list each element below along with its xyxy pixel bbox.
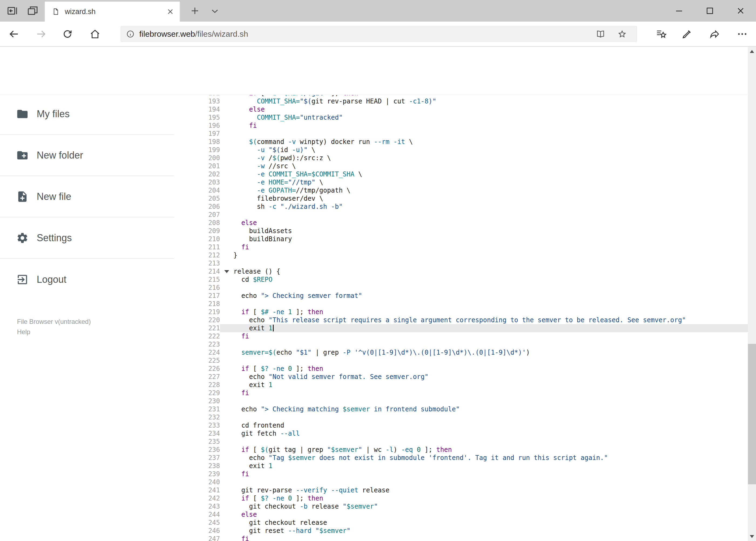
code-line[interactable]: 236 if [ $(git tag | grep "$semver" | wc…: [174, 446, 748, 454]
code-line[interactable]: 193 COMMIT_SHA="$(git rev-parse HEAD | c…: [174, 97, 748, 105]
code-line[interactable]: 197: [174, 130, 748, 138]
code-line[interactable]: 228 exit 1: [174, 381, 748, 389]
code-line[interactable]: 240: [174, 478, 748, 486]
code-line[interactable]: 196 fi: [174, 122, 748, 130]
scrollbar-thumb[interactable]: [748, 344, 756, 484]
sidebar-item-new-folder[interactable]: New folder: [0, 135, 174, 176]
code-line[interactable]: 241 git rev-parse --verify --quiet relea…: [174, 486, 748, 494]
code-line[interactable]: 204 -e GOPATH=//tmp/gopath \: [174, 186, 748, 195]
site-info-icon[interactable]: [126, 29, 135, 39]
code-line[interactable]: 220 echo "This release script requires a…: [174, 316, 748, 324]
code-line[interactable]: 213: [174, 259, 748, 268]
code-line[interactable]: 214release () {: [174, 268, 748, 275]
line-number: 199: [174, 146, 220, 154]
line-number: 231: [174, 405, 220, 413]
code-line[interactable]: 232: [174, 413, 748, 421]
tab-list-dropdown-button[interactable]: [209, 6, 220, 16]
code-line[interactable]: 246 git reset --hard "$semver": [174, 527, 748, 535]
code-line[interactable]: 203 -e HOME="//tmp" \: [174, 178, 748, 186]
line-number: 204: [174, 186, 220, 195]
code-line[interactable]: 194 else: [174, 105, 748, 114]
maximize-icon: [705, 6, 715, 16]
code-line[interactable]: 210 buildBinary: [174, 235, 748, 243]
maximize-button[interactable]: [694, 0, 725, 22]
minimize-button[interactable]: [664, 0, 694, 22]
fold-arrow-icon[interactable]: [224, 270, 229, 273]
sidebar-item-new-file[interactable]: New file: [0, 176, 174, 218]
sidebar-item-settings[interactable]: Settings: [0, 218, 174, 259]
scroll-down-button[interactable]: [748, 532, 756, 541]
code-line[interactable]: 211 fi: [174, 243, 748, 251]
code-line[interactable]: 221 exit 1: [174, 324, 748, 332]
code-line[interactable]: 198 $(command -v winpty) docker run --rm…: [174, 138, 748, 146]
code-line[interactable]: 216: [174, 283, 748, 292]
close-button[interactable]: [725, 0, 756, 22]
code-line[interactable]: 215 cd $REPO: [174, 275, 748, 283]
code-line[interactable]: 233 cd frontend: [174, 421, 748, 429]
code-line[interactable]: 208 else: [174, 219, 748, 227]
line-number: 195: [174, 114, 220, 122]
tab-close-button[interactable]: [166, 7, 175, 16]
back-button[interactable]: [5, 25, 23, 43]
code-line[interactable]: 218: [174, 300, 748, 308]
code-line[interactable]: 192 if [ -d "$REPO/.git" ]; then: [174, 95, 748, 97]
code-line[interactable]: 225: [174, 356, 748, 365]
code-line[interactable]: 206 sh -c "./wizard.sh -b": [174, 203, 748, 211]
browser-tab[interactable]: wizard.sh: [45, 2, 180, 22]
code-line[interactable]: 245 git checkout release: [174, 519, 748, 527]
web-note-button[interactable]: [678, 25, 695, 43]
line-number: 196: [174, 122, 220, 130]
scroll-up-button[interactable]: [748, 47, 756, 56]
code-line[interactable]: 231 echo "> Checking matching $semver in…: [174, 405, 748, 413]
code-line[interactable]: 202 -e COMMIT_SHA=$COMMIT_SHA \: [174, 170, 748, 178]
tab-preview-button[interactable]: [26, 5, 39, 17]
page-scrollbar[interactable]: [748, 47, 756, 541]
code-line[interactable]: 244 else: [174, 510, 748, 519]
refresh-button[interactable]: [59, 25, 76, 43]
code-line[interactable]: 223: [174, 340, 748, 348]
line-number: 210: [174, 235, 220, 243]
code-line[interactable]: 205 filebrowser/dev \: [174, 195, 748, 203]
code-line[interactable]: 247 fi: [174, 535, 748, 541]
code-editor[interactable]: 192 if [ -d "$REPO/.git" ]; then193 COMM…: [174, 95, 748, 541]
code-line[interactable]: 212}: [174, 251, 748, 259]
address-bar[interactable]: filebrowser.web/files/wizard.sh: [121, 26, 637, 42]
folder-icon: [16, 108, 29, 120]
code-line[interactable]: 224 semver=$(echo "$1" | grep -P '^v(0|[…: [174, 348, 748, 356]
share-page-button[interactable]: [706, 25, 723, 43]
favorite-star-button[interactable]: [617, 29, 627, 39]
code-line[interactable]: 219 if [ $# -ne 1 ]; then: [174, 308, 748, 316]
code-line[interactable]: 201 -w //src \: [174, 162, 748, 170]
code-line[interactable]: 242 if [ $? -ne 0 ]; then: [174, 494, 748, 502]
code-line[interactable]: 234 git fetch --all: [174, 429, 748, 437]
new-tab-button[interactable]: [189, 5, 201, 17]
hub-favorites-button[interactable]: [652, 25, 670, 43]
code-line[interactable]: 200 -v /$(pwd):/src:z \: [174, 154, 748, 162]
code-line[interactable]: 243 git checkout -b release "$semver": [174, 502, 748, 510]
more-options-button[interactable]: [734, 25, 751, 43]
home-button[interactable]: [86, 25, 104, 43]
code-line[interactable]: 207: [174, 211, 748, 219]
code-line[interactable]: 230: [174, 397, 748, 405]
sidebar-item-my-files[interactable]: My files: [0, 94, 174, 135]
code-line[interactable]: 226 if [ $? -ne 0 ]; then: [174, 365, 748, 373]
url-text[interactable]: filebrowser.web/files/wizard.sh: [139, 29, 248, 39]
code-line[interactable]: 217 echo "> Checking semver format": [174, 292, 748, 300]
code-line[interactable]: 199 -u "$(id -u)" \: [174, 146, 748, 154]
forward-button[interactable]: [32, 25, 50, 43]
code-line[interactable]: 235: [174, 437, 748, 446]
code-line[interactable]: 237 echo "Tag $semver does not exist in …: [174, 454, 748, 462]
code-line[interactable]: 209 buildAssets: [174, 227, 748, 235]
reading-view-button[interactable]: [596, 29, 606, 39]
help-link[interactable]: Help: [17, 327, 91, 337]
code-line[interactable]: 222 fi: [174, 332, 748, 340]
code-line[interactable]: 239 fi: [174, 470, 748, 478]
code-text: filebrowser/dev \: [220, 195, 748, 203]
code-line[interactable]: 227 echo "Not valid semver format. See s…: [174, 373, 748, 381]
sidebar-item-logout[interactable]: Logout: [0, 259, 174, 300]
set-tabs-aside-button[interactable]: [6, 5, 18, 17]
code-line[interactable]: 229 fi: [174, 389, 748, 397]
line-number: 213: [174, 259, 220, 268]
code-line[interactable]: 195 COMMIT_SHA="untracked": [174, 114, 748, 122]
code-line[interactable]: 238 exit 1: [174, 462, 748, 470]
